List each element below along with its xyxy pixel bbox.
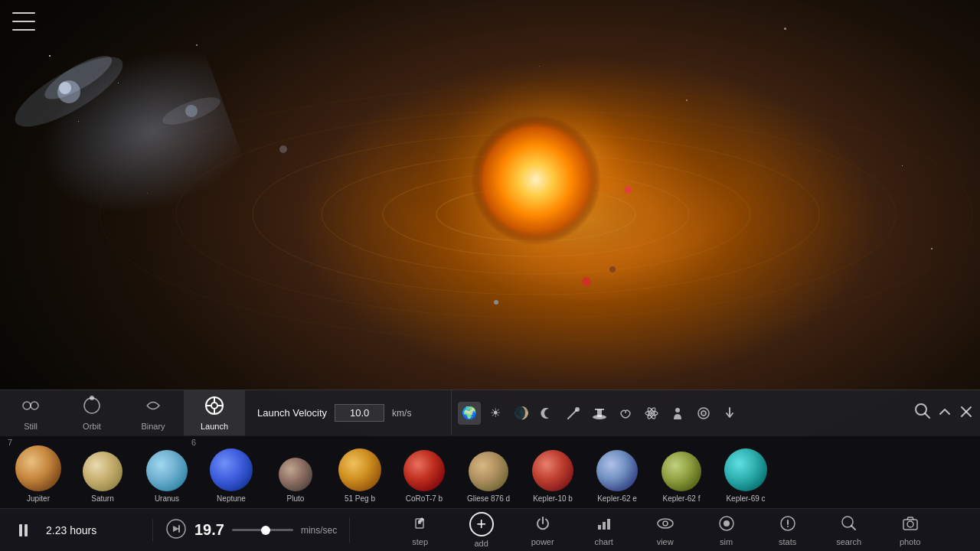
view-icon xyxy=(656,514,675,535)
filter-sun[interactable]: ☀ xyxy=(484,402,507,425)
tool-stats[interactable]: stats xyxy=(757,509,818,552)
controls-row: Launch Velocity km/s 🌍 ☀ 🌒 xyxy=(245,390,980,436)
planet-name-kepler62f: Kepler-62 f xyxy=(663,494,701,503)
filter-planet[interactable]: 🌍 xyxy=(458,402,481,425)
speed-slider-thumb xyxy=(261,526,270,535)
planet-name-gliese876d: Gliese 876 d xyxy=(467,494,510,503)
planet-item-corot7b[interactable]: CoRoT-7 b xyxy=(394,439,455,506)
svg-point-21 xyxy=(31,402,38,409)
filter-hat[interactable] xyxy=(588,402,611,425)
tool-view[interactable]: view xyxy=(635,509,696,552)
svg-rect-33 xyxy=(595,409,604,410)
mode-orbit[interactable]: Orbit xyxy=(61,390,122,436)
planet-item-kepler69c[interactable]: Kepler-69 c xyxy=(715,439,776,506)
svg-point-38 xyxy=(675,408,680,412)
planet-name-saturn: Saturn xyxy=(91,494,113,503)
planet-name-kepler10b: Kepler-10 b xyxy=(533,494,573,503)
mode-launch[interactable]: Launch xyxy=(184,390,245,436)
speed-section: 19.7 mins/sec xyxy=(153,518,350,543)
edit-label: step xyxy=(412,537,428,546)
mode-bar: Still Orbit Binary xyxy=(0,390,980,435)
planet-item-kepler10b[interactable]: Kepler-10 b xyxy=(522,439,583,506)
planet-item-jupiter[interactable]: Jupiter xyxy=(8,439,69,506)
tool-power[interactable]: power xyxy=(512,509,573,552)
tool-sim[interactable]: sim xyxy=(696,509,757,552)
planet-item-gliese876d[interactable]: Gliese 876 d xyxy=(458,439,519,506)
planet-ball-neptune xyxy=(210,448,253,491)
hamburger-line-3 xyxy=(12,29,35,31)
add-label: add xyxy=(474,539,488,548)
speed-slider-track[interactable] xyxy=(232,529,293,531)
planet-name-51pegb: 51 Peg b xyxy=(345,494,375,503)
planet-ball-kepler62f xyxy=(662,452,701,491)
svg-point-20 xyxy=(23,402,31,409)
planet-item-kepler62e[interactable]: Kepler-62 e xyxy=(586,439,648,506)
mode-binary[interactable]: Binary xyxy=(122,390,184,436)
power-icon xyxy=(534,514,552,535)
filter-earth[interactable]: 🌒 xyxy=(510,402,533,425)
search-label: search xyxy=(836,537,861,546)
bottom-toolbar: 2.23 hours 19.7 mins/sec xyxy=(0,508,980,551)
speed-value: 19.7 xyxy=(194,521,224,539)
hamburger-line-2 xyxy=(12,21,35,22)
planet-item-saturn[interactable]: Saturn xyxy=(72,439,133,506)
section-number-6: 6 xyxy=(191,438,196,447)
svg-point-9 xyxy=(582,277,591,286)
filter-atom[interactable] xyxy=(640,402,663,425)
launch-velocity-unit: km/s xyxy=(392,408,411,419)
svg-point-30 xyxy=(575,407,580,412)
orbital-view xyxy=(0,0,980,406)
planet-ball-corot7b xyxy=(403,450,445,491)
expand-button[interactable] xyxy=(937,404,952,422)
filter-arrow-down[interactable] xyxy=(718,402,741,425)
svg-rect-52 xyxy=(598,525,601,530)
svg-point-65 xyxy=(907,521,913,527)
filter-ring[interactable] xyxy=(692,402,715,425)
planet-name-pluto: Pluto xyxy=(287,494,305,503)
search-button[interactable] xyxy=(914,403,931,423)
tool-photo[interactable]: photo xyxy=(880,509,941,552)
filter-crescent[interactable] xyxy=(536,402,559,425)
planet-name-kepler62e: Kepler-62 e xyxy=(597,494,637,503)
power-label: power xyxy=(531,537,554,546)
time-display: 2.23 hours xyxy=(46,524,96,536)
tool-search[interactable]: search xyxy=(818,509,880,552)
svg-rect-53 xyxy=(603,522,606,530)
svg-point-11 xyxy=(624,186,632,194)
pause-button[interactable] xyxy=(12,520,34,541)
svg-rect-54 xyxy=(607,519,610,530)
svg-point-12 xyxy=(609,266,616,272)
menu-button[interactable] xyxy=(12,12,35,31)
planet-ball-51pegb xyxy=(338,448,381,491)
stats-icon xyxy=(779,514,797,535)
planet-item-uranus[interactable]: Uranus xyxy=(136,439,198,506)
close-button[interactable] xyxy=(959,404,974,422)
toolbar-tools: step + add power xyxy=(350,509,980,552)
planet-ball-saturn xyxy=(83,452,122,491)
filter-comet[interactable] xyxy=(562,402,585,425)
planet-item-51pegb[interactable]: 51 Peg b xyxy=(329,439,390,506)
hamburger-line-1 xyxy=(12,12,35,14)
planet-ball-uranus xyxy=(146,450,188,491)
planet-name-uranus: Uranus xyxy=(155,494,179,503)
tool-edit[interactable]: step xyxy=(390,509,451,552)
svg-point-23 xyxy=(90,396,94,400)
svg-point-18 xyxy=(185,105,198,117)
filter-spiral[interactable] xyxy=(614,402,637,425)
planet-item-neptune[interactable]: Neptune xyxy=(201,439,262,506)
planet-ball-gliese876d xyxy=(469,452,508,491)
tool-add[interactable]: + add xyxy=(451,509,512,552)
filter-person[interactable] xyxy=(666,402,689,425)
launch-velocity-section: Launch Velocity km/s xyxy=(245,390,452,436)
planet-item-kepler62f[interactable]: Kepler-62 f xyxy=(651,439,712,506)
speed-unit: mins/sec xyxy=(301,525,337,536)
planet-item-pluto[interactable]: Pluto xyxy=(265,439,326,506)
tool-chart[interactable]: chart xyxy=(573,509,635,552)
planet-name-kepler69c: Kepler-69 c xyxy=(726,494,765,503)
mode-still[interactable]: Still xyxy=(0,390,61,436)
section-number-7: 7 xyxy=(8,438,12,447)
svg-point-56 xyxy=(663,521,668,526)
step-button[interactable] xyxy=(165,518,187,543)
planet-ball-kepler62e xyxy=(596,450,638,491)
launch-velocity-input[interactable] xyxy=(335,404,384,422)
